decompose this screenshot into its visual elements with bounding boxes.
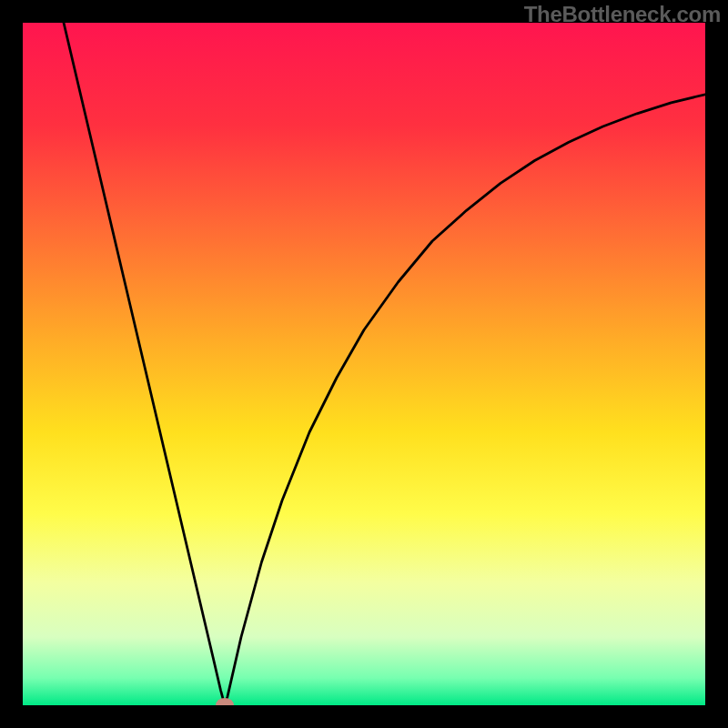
watermark-text: TheBottleneck.com <box>524 2 721 27</box>
gradient-background <box>23 23 705 705</box>
chart-svg <box>23 23 705 705</box>
plot-area <box>23 23 705 705</box>
chart-frame: TheBottleneck.com <box>0 0 728 728</box>
